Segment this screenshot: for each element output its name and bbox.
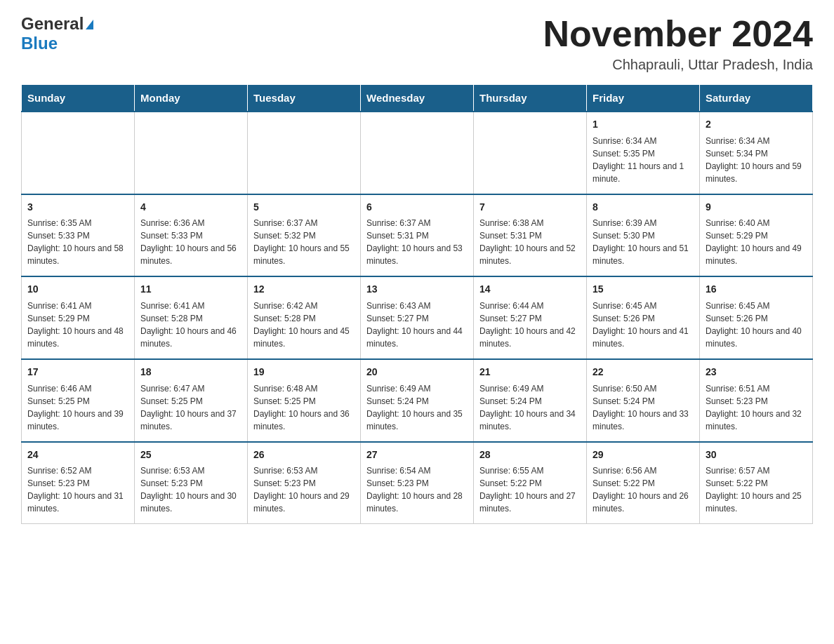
day-info: Sunrise: 6:37 AM Sunset: 5:32 PM Dayligh… [253, 217, 355, 267]
calendar-cell [361, 112, 474, 194]
calendar-cell: 21Sunrise: 6:49 AM Sunset: 5:24 PM Dayli… [474, 359, 587, 442]
day-number: 10 [27, 283, 128, 297]
day-info: Sunrise: 6:39 AM Sunset: 5:30 PM Dayligh… [593, 217, 694, 267]
month-title: November 2024 [543, 14, 813, 54]
day-info: Sunrise: 6:54 AM Sunset: 5:23 PM Dayligh… [366, 464, 468, 515]
logo: General Blue [21, 14, 93, 53]
day-number: 30 [706, 448, 807, 462]
logo-triangle-icon [86, 20, 93, 29]
day-info: Sunrise: 6:34 AM Sunset: 5:35 PM Dayligh… [593, 135, 694, 185]
day-number: 24 [27, 448, 128, 462]
location-subtitle: Chhaprauli, Uttar Pradesh, India [543, 57, 813, 73]
day-number: 26 [253, 448, 355, 462]
calendar-cell [22, 112, 135, 194]
calendar-cell: 29Sunrise: 6:56 AM Sunset: 5:22 PM Dayli… [587, 442, 700, 524]
day-number: 20 [366, 365, 468, 380]
day-number: 19 [253, 365, 355, 380]
week-row-4: 17Sunrise: 6:46 AM Sunset: 5:25 PM Dayli… [22, 359, 813, 442]
day-info: Sunrise: 6:56 AM Sunset: 5:22 PM Dayligh… [593, 464, 694, 515]
calendar-cell [248, 112, 361, 194]
calendar-cell: 5Sunrise: 6:37 AM Sunset: 5:32 PM Daylig… [248, 194, 361, 277]
calendar-cell [135, 112, 248, 194]
calendar-cell: 12Sunrise: 6:42 AM Sunset: 5:28 PM Dayli… [248, 276, 361, 359]
weekday-header-friday: Friday [587, 85, 700, 112]
calendar-cell: 9Sunrise: 6:40 AM Sunset: 5:29 PM Daylig… [700, 194, 813, 277]
day-number: 14 [479, 283, 581, 297]
week-row-3: 10Sunrise: 6:41 AM Sunset: 5:29 PM Dayli… [22, 276, 813, 359]
day-number: 5 [253, 201, 355, 215]
day-info: Sunrise: 6:42 AM Sunset: 5:28 PM Dayligh… [253, 300, 355, 350]
calendar-cell: 25Sunrise: 6:53 AM Sunset: 5:23 PM Dayli… [135, 442, 248, 524]
day-info: Sunrise: 6:35 AM Sunset: 5:33 PM Dayligh… [27, 217, 128, 267]
calendar-cell: 27Sunrise: 6:54 AM Sunset: 5:23 PM Dayli… [361, 442, 474, 524]
day-info: Sunrise: 6:40 AM Sunset: 5:29 PM Dayligh… [706, 217, 807, 267]
calendar-cell: 22Sunrise: 6:50 AM Sunset: 5:24 PM Dayli… [587, 359, 700, 442]
day-info: Sunrise: 6:47 AM Sunset: 5:25 PM Dayligh… [140, 382, 241, 433]
calendar-cell: 3Sunrise: 6:35 AM Sunset: 5:33 PM Daylig… [22, 194, 135, 277]
day-number: 16 [706, 283, 807, 297]
weekday-header-wednesday: Wednesday [361, 85, 474, 112]
calendar-cell: 16Sunrise: 6:45 AM Sunset: 5:26 PM Dayli… [700, 276, 813, 359]
day-number: 8 [593, 201, 694, 215]
day-number: 22 [593, 365, 694, 380]
calendar-cell: 23Sunrise: 6:51 AM Sunset: 5:23 PM Dayli… [700, 359, 813, 442]
day-info: Sunrise: 6:41 AM Sunset: 5:28 PM Dayligh… [140, 300, 241, 350]
weekday-header-row: SundayMondayTuesdayWednesdayThursdayFrid… [22, 85, 813, 112]
day-info: Sunrise: 6:53 AM Sunset: 5:23 PM Dayligh… [140, 464, 241, 515]
day-number: 21 [479, 365, 581, 380]
calendar-cell: 24Sunrise: 6:52 AM Sunset: 5:23 PM Dayli… [22, 442, 135, 524]
day-info: Sunrise: 6:55 AM Sunset: 5:22 PM Dayligh… [479, 464, 581, 515]
day-info: Sunrise: 6:36 AM Sunset: 5:33 PM Dayligh… [140, 217, 241, 267]
day-number: 28 [479, 448, 581, 462]
title-area: November 2024 Chhaprauli, Uttar Pradesh,… [543, 14, 813, 73]
day-info: Sunrise: 6:49 AM Sunset: 5:24 PM Dayligh… [366, 382, 468, 433]
day-number: 17 [27, 365, 128, 380]
day-info: Sunrise: 6:37 AM Sunset: 5:31 PM Dayligh… [366, 217, 468, 267]
calendar-cell: 30Sunrise: 6:57 AM Sunset: 5:22 PM Dayli… [700, 442, 813, 524]
day-number: 3 [27, 201, 128, 215]
calendar-cell: 28Sunrise: 6:55 AM Sunset: 5:22 PM Dayli… [474, 442, 587, 524]
day-number: 4 [140, 201, 241, 215]
weekday-header-monday: Monday [135, 85, 248, 112]
week-row-1: 1Sunrise: 6:34 AM Sunset: 5:35 PM Daylig… [22, 112, 813, 194]
day-info: Sunrise: 6:49 AM Sunset: 5:24 PM Dayligh… [479, 382, 581, 433]
week-row-5: 24Sunrise: 6:52 AM Sunset: 5:23 PM Dayli… [22, 442, 813, 524]
day-info: Sunrise: 6:46 AM Sunset: 5:25 PM Dayligh… [27, 382, 128, 433]
day-number: 13 [366, 283, 468, 297]
day-info: Sunrise: 6:43 AM Sunset: 5:27 PM Dayligh… [366, 300, 468, 350]
day-number: 7 [479, 201, 581, 215]
day-info: Sunrise: 6:34 AM Sunset: 5:34 PM Dayligh… [706, 135, 807, 185]
calendar-cell: 4Sunrise: 6:36 AM Sunset: 5:33 PM Daylig… [135, 194, 248, 277]
day-number: 12 [253, 283, 355, 297]
day-info: Sunrise: 6:38 AM Sunset: 5:31 PM Dayligh… [479, 217, 581, 267]
day-number: 29 [593, 448, 694, 462]
calendar-cell: 10Sunrise: 6:41 AM Sunset: 5:29 PM Dayli… [22, 276, 135, 359]
calendar-cell: 18Sunrise: 6:47 AM Sunset: 5:25 PM Dayli… [135, 359, 248, 442]
day-number: 15 [593, 283, 694, 297]
calendar-cell: 11Sunrise: 6:41 AM Sunset: 5:28 PM Dayli… [135, 276, 248, 359]
calendar-table: SundayMondayTuesdayWednesdayThursdayFrid… [21, 84, 813, 524]
day-info: Sunrise: 6:48 AM Sunset: 5:25 PM Dayligh… [253, 382, 355, 433]
day-info: Sunrise: 6:50 AM Sunset: 5:24 PM Dayligh… [593, 382, 694, 433]
day-number: 25 [140, 448, 241, 462]
calendar-cell: 17Sunrise: 6:46 AM Sunset: 5:25 PM Dayli… [22, 359, 135, 442]
weekday-header-sunday: Sunday [22, 85, 135, 112]
day-info: Sunrise: 6:51 AM Sunset: 5:23 PM Dayligh… [706, 382, 807, 433]
calendar-cell: 13Sunrise: 6:43 AM Sunset: 5:27 PM Dayli… [361, 276, 474, 359]
day-number: 1 [593, 118, 694, 132]
weekday-header-saturday: Saturday [700, 85, 813, 112]
day-info: Sunrise: 6:52 AM Sunset: 5:23 PM Dayligh… [27, 464, 128, 515]
day-number: 9 [706, 201, 807, 215]
calendar-cell: 1Sunrise: 6:34 AM Sunset: 5:35 PM Daylig… [587, 112, 700, 194]
calendar-cell: 6Sunrise: 6:37 AM Sunset: 5:31 PM Daylig… [361, 194, 474, 277]
calendar-cell: 8Sunrise: 6:39 AM Sunset: 5:30 PM Daylig… [587, 194, 700, 277]
calendar-cell: 26Sunrise: 6:53 AM Sunset: 5:23 PM Dayli… [248, 442, 361, 524]
weekday-header-thursday: Thursday [474, 85, 587, 112]
day-info: Sunrise: 6:44 AM Sunset: 5:27 PM Dayligh… [479, 300, 581, 350]
calendar-cell [474, 112, 587, 194]
calendar-cell: 2Sunrise: 6:34 AM Sunset: 5:34 PM Daylig… [700, 112, 813, 194]
day-info: Sunrise: 6:57 AM Sunset: 5:22 PM Dayligh… [706, 464, 807, 515]
day-number: 18 [140, 365, 241, 380]
weekday-header-tuesday: Tuesday [248, 85, 361, 112]
day-number: 23 [706, 365, 807, 380]
